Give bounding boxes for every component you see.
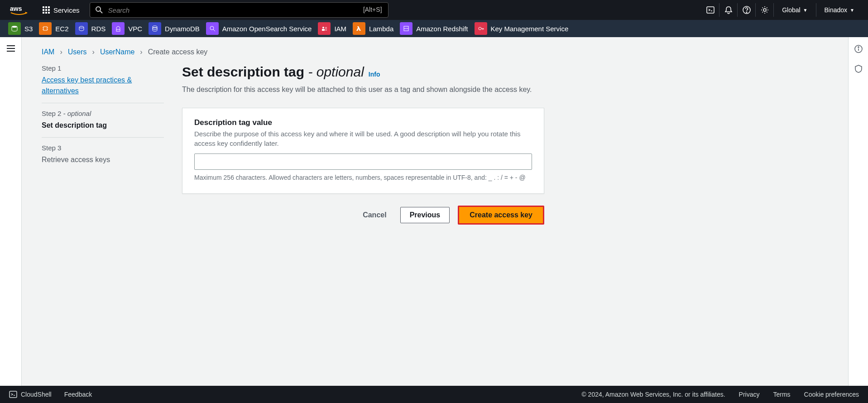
svc-label: S3: [24, 25, 33, 33]
kms-icon: [475, 22, 487, 35]
svc-label: IAM: [334, 25, 346, 33]
opensearch-icon: [206, 22, 219, 35]
step-title-link[interactable]: Access key best practices & alternatives: [42, 75, 164, 96]
wizard-steps-nav: Step 1 Access key best practices & alter…: [42, 64, 182, 225]
settings-icon[interactable]: [756, 3, 774, 17]
page-description: The description for this access key will…: [182, 84, 535, 95]
svg-rect-31: [325, 27, 327, 28]
svc-shortcut-redshift[interactable]: Amazon Redshift: [400, 22, 468, 35]
iam-icon: [318, 22, 331, 35]
svc-shortcut-rds[interactable]: RDS: [75, 22, 106, 35]
svg-rect-4: [43, 9, 44, 11]
vpc-icon: [112, 22, 125, 35]
ec2-icon: [39, 22, 52, 35]
wizard-step-2: Step 2 - optional Set description tag: [42, 103, 164, 138]
svg-rect-5: [45, 9, 47, 11]
wizard-actions: Cancel Previous Create access key: [182, 206, 544, 225]
top-navigation: aws Services [Alt+S]: [0, 0, 868, 20]
svg-rect-33: [325, 30, 327, 30]
svg-rect-3: [48, 6, 50, 8]
svc-label: Amazon OpenSearch Service: [222, 25, 312, 33]
page-title: Set description tag - optional: [182, 64, 364, 80]
svc-shortcut-vpc[interactable]: VPC: [112, 22, 142, 35]
dynamodb-icon: [149, 22, 161, 35]
svc-shortcut-opensearch[interactable]: Amazon OpenSearch Service: [206, 22, 312, 35]
svg-rect-18: [43, 27, 47, 30]
caret-down-icon: ▼: [803, 8, 808, 13]
feedback-link[interactable]: Feedback: [64, 391, 92, 398]
breadcrumb: IAM › Users › UserName › Create access k…: [22, 37, 848, 64]
wizard-step-1[interactable]: Step 1 Access key best practices & alter…: [42, 64, 164, 103]
svg-line-11: [100, 11, 102, 13]
svg-rect-7: [43, 12, 44, 14]
terms-link[interactable]: Terms: [773, 391, 790, 398]
step-title-future: Retrieve access keys: [42, 154, 164, 165]
info-link[interactable]: Info: [369, 71, 380, 78]
services-label: Services: [53, 6, 80, 14]
svc-label: VPC: [128, 25, 142, 33]
breadcrumb-link-users[interactable]: Users: [68, 48, 87, 56]
svg-rect-1: [43, 6, 44, 8]
create-access-key-button[interactable]: Create access key: [459, 207, 543, 223]
svg-point-15: [746, 12, 747, 13]
description-tag-input[interactable]: [194, 154, 532, 170]
svg-rect-9: [48, 12, 50, 14]
cloudshell-label: CloudShell: [21, 391, 52, 398]
cookie-prefs-link[interactable]: Cookie preferences: [804, 391, 859, 398]
help-icon[interactable]: [738, 3, 756, 17]
svg-point-36: [479, 27, 481, 30]
search-shortcut-hint: [Alt+S]: [363, 6, 382, 13]
content-area: IAM › Users › UserName › Create access k…: [22, 37, 848, 386]
step-number: Step 3: [42, 144, 164, 152]
s3-icon: [8, 22, 21, 35]
wizard-step-3: Step 3 Retrieve access keys: [42, 138, 164, 172]
svc-shortcut-lambda[interactable]: Lambda: [353, 22, 393, 35]
svc-label: EC2: [55, 25, 68, 33]
svg-rect-2: [45, 6, 47, 8]
wizard-body: Set description tag - optional Info The …: [182, 64, 544, 225]
svg-point-25: [153, 26, 157, 28]
cancel-button[interactable]: Cancel: [357, 207, 392, 223]
cloudshell-button[interactable]: CloudShell: [9, 390, 52, 398]
services-menu-button[interactable]: Services: [37, 6, 85, 14]
rds-icon: [75, 22, 88, 35]
svc-shortcut-kms[interactable]: Key Management Service: [475, 22, 569, 35]
breadcrumb-link-iam[interactable]: IAM: [42, 48, 54, 56]
breadcrumb-link-username[interactable]: UserName: [100, 48, 134, 56]
security-panel-icon[interactable]: [854, 64, 863, 75]
account-selector[interactable]: Binadox ▼: [816, 3, 863, 17]
aws-logo[interactable]: aws: [10, 5, 28, 15]
form-card: Description tag value Describe the purpo…: [182, 108, 544, 194]
cloudshell-icon[interactable]: [701, 3, 719, 17]
svg-point-29: [322, 27, 324, 29]
main-layout: IAM › Users › UserName › Create access k…: [0, 37, 868, 386]
svc-shortcut-dynamodb[interactable]: DynamoDB: [149, 22, 200, 35]
caret-down-icon: ▼: [850, 8, 854, 13]
svg-point-17: [12, 26, 17, 28]
svc-label: Key Management Service: [491, 25, 569, 33]
svg-rect-24: [116, 29, 120, 31]
svc-shortcut-iam[interactable]: IAM: [318, 22, 346, 35]
search-input[interactable]: [90, 2, 388, 18]
region-selector[interactable]: Global ▼: [774, 3, 816, 17]
svc-shortcut-s3[interactable]: S3: [8, 22, 33, 35]
highlight-annotation: Create access key: [458, 206, 544, 225]
left-panel-toggle[interactable]: [0, 37, 22, 386]
field-help: Describe the purpose of this access key …: [194, 129, 532, 148]
step-number: Step 1: [42, 64, 164, 72]
svg-point-23: [79, 26, 84, 28]
step-title-active: Set description tag: [42, 120, 164, 131]
hamburger-icon: [6, 44, 16, 53]
svg-point-27: [210, 26, 214, 30]
footer: CloudShell Feedback © 2024, Amazon Web S…: [0, 386, 868, 403]
svg-point-16: [763, 9, 766, 11]
svg-point-26: [153, 28, 157, 29]
notifications-icon[interactable]: [719, 3, 738, 17]
svc-shortcut-ec2[interactable]: EC2: [39, 22, 68, 35]
privacy-link[interactable]: Privacy: [739, 391, 760, 398]
info-panel-icon[interactable]: [854, 44, 863, 55]
previous-button[interactable]: Previous: [400, 207, 450, 223]
svc-label: Lambda: [369, 25, 393, 33]
svg-line-28: [213, 29, 215, 31]
svc-label: DynamoDB: [165, 25, 200, 33]
